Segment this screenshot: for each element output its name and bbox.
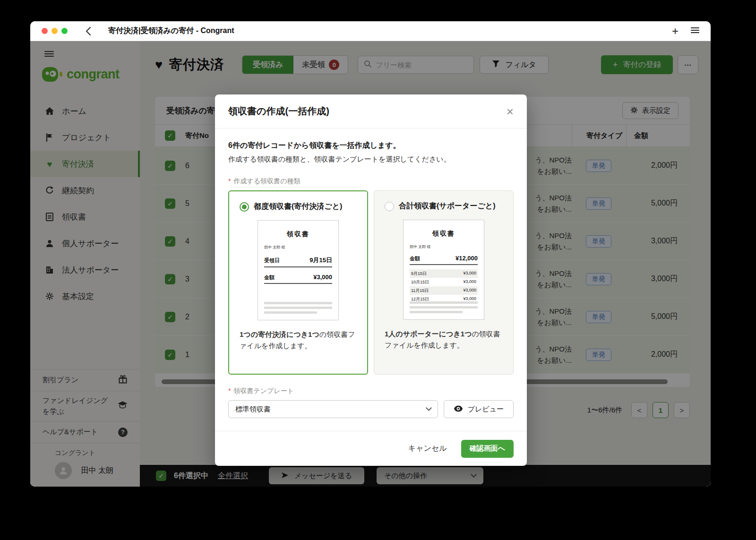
- placeholder-lines: [264, 300, 332, 314]
- eye-icon: [454, 405, 463, 413]
- preview-button[interactable]: プレビュー: [444, 400, 514, 418]
- receipt-creation-modal: 領収書の作成(一括作成) × 6件の寄付レコードから領収書を一括作成します。 作…: [215, 94, 527, 466]
- close-window-button[interactable]: [42, 28, 48, 34]
- radio-selected-icon[interactable]: [240, 202, 249, 212]
- window-controls: [42, 28, 68, 34]
- option-description: 1つの寄付決済につき1つの領収書ファイルを作成します。: [240, 329, 357, 351]
- modal-intro-bold: 6件の寄付レコードから領収書を一括作成します。: [228, 141, 514, 151]
- close-icon[interactable]: ×: [507, 105, 514, 118]
- template-label: * 領収書テンプレート: [228, 387, 514, 395]
- back-icon[interactable]: [86, 27, 91, 35]
- required-mark: *: [228, 177, 231, 186]
- option-per-donation-receipt[interactable]: 都度領収書(寄付決済ごと) 領収書 田中 太郎 様 受領日 9月15日 金額: [228, 190, 368, 375]
- required-mark: *: [228, 387, 231, 395]
- confirm-button[interactable]: 確認画面へ: [461, 440, 514, 458]
- minimize-window-button[interactable]: [52, 28, 58, 34]
- app-window: 寄付決済|受領済みの寄付 - Congrant +: [30, 21, 711, 487]
- placeholder-lines: [410, 299, 478, 313]
- zoom-window-button[interactable]: [61, 28, 68, 34]
- receipt-detail-rows: 9月15日 ¥3,000 10月15日 ¥3,000 11月15日 ¥3,000: [410, 269, 478, 303]
- receipt-preview-total: 領収書 田中 太郎 様 金額 ¥12,000 9月15日 ¥3,000: [403, 220, 484, 320]
- radio-unselected-icon[interactable]: [385, 202, 394, 211]
- modal-intro: 作成する領収書の種類と、領収書テンプレートを選択してください。: [228, 155, 514, 164]
- screenshot-canvas: 寄付決済|受領済みの寄付 - Congrant +: [0, 0, 756, 540]
- receipt-preview-single: 領収書 田中 太郎 様 受領日 9月15日 金額 ¥3,000: [258, 220, 339, 320]
- template-select[interactable]: 標準領収書: [228, 400, 438, 418]
- menu-icon[interactable]: [691, 27, 699, 35]
- chevron-down-icon: [426, 405, 432, 411]
- titlebar: 寄付決済|受領済みの寄付 - Congrant +: [30, 21, 711, 41]
- option-description: 1人のサポーターにつき1つの領収書ファイルを作成します。: [385, 328, 503, 351]
- modal-title: 領収書の作成(一括作成): [228, 105, 329, 118]
- receipt-type-label: * 作成する領収書の種類: [228, 177, 514, 186]
- new-tab-icon[interactable]: +: [672, 26, 679, 37]
- window-title: 寄付決済|受領済みの寄付 - Congrant: [108, 26, 234, 36]
- cancel-button[interactable]: キャンセル: [408, 444, 447, 454]
- option-per-supporter-receipt[interactable]: 合計領収書(サポーターごと) 領収書 田中 太郎 様 金額 ¥12,000: [374, 190, 514, 375]
